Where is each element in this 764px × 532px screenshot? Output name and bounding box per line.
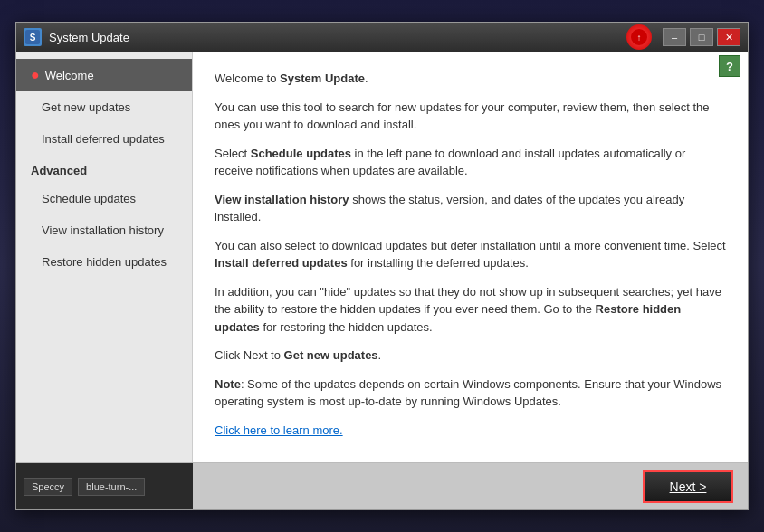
note-bold: Note	[215, 377, 241, 391]
svg-text:S: S	[30, 33, 36, 43]
get-new-updates-bold: Get new updates	[284, 348, 378, 362]
sidebar: ● Welcome Get new updates Install deferr…	[16, 52, 193, 462]
main-content: ● Welcome Get new updates Install deferr…	[16, 52, 748, 462]
desktop-background: S System Update ↑ – □ ✕	[0, 0, 764, 532]
sidebar-item-get-new-updates[interactable]: Get new updates	[16, 91, 192, 123]
sidebar-label-restore-hidden-updates: Restore hidden updates	[42, 255, 167, 269]
view-history-bold: View installation history	[215, 193, 349, 206]
bullet-icon: ●	[31, 68, 40, 82]
titlebar-left: S System Update	[24, 28, 129, 46]
advanced-section-header: Advanced	[16, 155, 192, 183]
sidebar-item-install-deferred-updates[interactable]: Install deferred updates	[16, 123, 192, 155]
learn-more-link[interactable]: Click here to learn more.	[215, 423, 343, 437]
lenovo-logo: ↑	[626, 24, 652, 50]
paragraph-deferred-updates: You can also select to download updates …	[215, 237, 726, 272]
next-button[interactable]: Next >	[643, 470, 733, 503]
taskbar-item-speccy[interactable]: Speccy	[24, 478, 72, 496]
schedule-updates-bold: Schedule updates	[251, 147, 351, 160]
bottom-bar: Speccy blue-turn-... Next >	[16, 462, 748, 509]
system-update-bold: System Update	[280, 71, 365, 85]
taskbar-item-blue[interactable]: blue-turn-...	[78, 478, 145, 496]
paragraph-tool-description: You can use this tool to search for new …	[215, 99, 726, 134]
sidebar-label-get-new-updates: Get new updates	[42, 100, 130, 114]
app-icon: S	[24, 28, 42, 46]
sidebar-item-view-installation-history[interactable]: View installation history	[16, 214, 192, 246]
install-deferred-bold: Install deferred updates	[215, 256, 348, 270]
button-area: Next >	[643, 470, 733, 503]
paragraph-schedule-updates: Select Schedule updates in the left pane…	[215, 145, 726, 180]
sidebar-label-welcome: Welcome	[45, 69, 94, 82]
paragraph-view-history: View installation history shows the stat…	[215, 191, 726, 226]
sidebar-label-schedule-updates: Schedule updates	[42, 192, 136, 205]
restore-hidden-bold: Restore hidden updates	[215, 302, 681, 334]
minimize-button[interactable]: –	[663, 28, 686, 46]
svg-text:↑: ↑	[637, 33, 642, 43]
content-panel: Welcome to System Update. You can use th…	[193, 52, 748, 462]
paragraph-hide-updates: In addition, you can "hide" updates so t…	[215, 283, 726, 337]
sidebar-item-restore-hidden-updates[interactable]: Restore hidden updates	[16, 246, 192, 278]
window-controls: – □ ✕	[663, 28, 740, 46]
close-button[interactable]: ✕	[717, 28, 740, 46]
system-update-window: S System Update ↑ – □ ✕	[15, 22, 749, 510]
paragraph-click-next: Click Next to Get new updates.	[215, 347, 726, 365]
sidebar-item-welcome[interactable]: ● Welcome	[16, 59, 192, 91]
maximize-button[interactable]: □	[690, 28, 713, 46]
help-button[interactable]: ?	[719, 55, 740, 77]
sidebar-item-schedule-updates[interactable]: Schedule updates	[16, 183, 192, 214]
paragraph-note: Note: Some of the updates depends on cer…	[215, 375, 726, 411]
sidebar-label-install-deferred-updates: Install deferred updates	[42, 132, 165, 146]
sidebar-label-view-installation-history: View installation history	[42, 223, 164, 237]
window-title: System Update	[49, 31, 129, 44]
paragraph-link: Click here to learn more.	[215, 422, 726, 440]
paragraph-welcome: Welcome to System Update.	[215, 70, 726, 88]
taskbar-strip: Speccy blue-turn-...	[16, 463, 193, 509]
titlebar: S System Update ↑ – □ ✕	[16, 23, 748, 52]
